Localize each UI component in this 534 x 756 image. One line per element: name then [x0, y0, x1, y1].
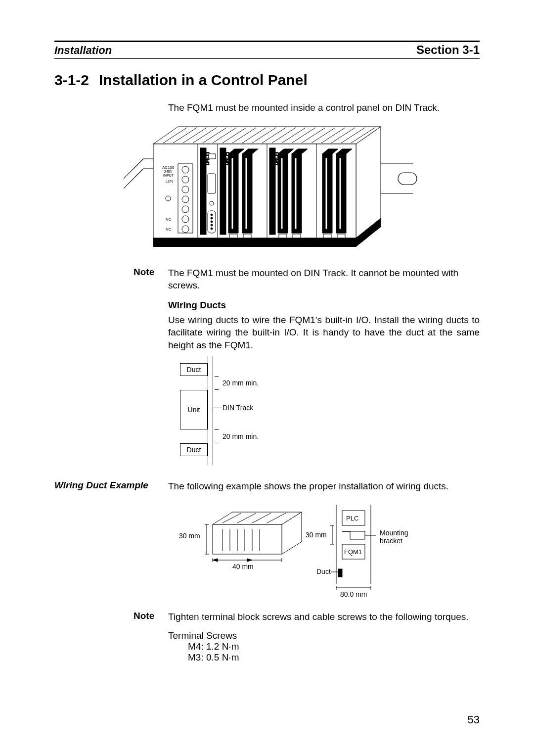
fig2-duct-top: Duct [180, 363, 208, 376]
svg-text:INPUT: INPUT [163, 174, 174, 177]
wiring-example-svg: 30 mm 40 mm PLC FQM1 Duct [168, 500, 425, 599]
svg-rect-70 [245, 158, 247, 229]
svg-point-58 [211, 221, 213, 223]
note-2-label: Note [134, 611, 168, 623]
svg-rect-120 [338, 569, 342, 577]
note-2-text: Tighten terminal block screws and cable … [168, 611, 469, 623]
svg-point-56 [211, 214, 213, 216]
svg-rect-86 [293, 234, 301, 238]
svg-point-59 [211, 224, 213, 226]
svg-rect-76 [295, 158, 297, 229]
svg-rect-67 [231, 158, 233, 229]
svg-text:AC100: AC100 [162, 165, 175, 170]
svg-rect-87 [323, 234, 331, 238]
wiring-example-text: The following example shows the proper i… [168, 480, 448, 493]
fig2-gap-bracket-bottom [215, 429, 219, 443]
figure-din-modules: AC100 240V INPUT L2/N NC NC FQM1 [124, 119, 480, 260]
note-1: Note The FQM1 must be mounted on DIN Tra… [134, 267, 480, 292]
wiring-ducts-body: Use wiring ducts to wire the FQM1's buil… [168, 314, 480, 352]
svg-marker-7 [153, 127, 381, 144]
svg-rect-73 [281, 158, 283, 229]
svg-text:240V: 240V [164, 170, 173, 173]
fig2-unit: Unit [180, 390, 208, 429]
svg-rect-82 [339, 158, 341, 229]
figure-wiring-example: 30 mm 40 mm PLC FQM1 Duct [168, 500, 480, 601]
svg-marker-5 [153, 238, 356, 247]
svg-text:Mountingbracket: Mountingbracket [380, 529, 408, 545]
svg-text:Duct: Duct [316, 567, 331, 575]
svg-point-38 [182, 186, 189, 193]
svg-marker-29 [356, 127, 381, 238]
svg-text:30 mm: 30 mm [179, 532, 200, 540]
fig2-gap-label-bottom: 20 mm min. [222, 432, 259, 440]
svg-marker-111 [247, 559, 252, 562]
fig2-axis-left [208, 356, 208, 465]
svg-point-36 [182, 166, 189, 173]
svg-line-0 [124, 159, 143, 179]
svg-text:NC: NC [166, 227, 172, 232]
svg-rect-85 [279, 234, 287, 238]
note-1-text: The FQM1 must be mounted on DIN Track. I… [168, 267, 480, 292]
svg-point-37 [182, 176, 189, 183]
svg-rect-53 [208, 174, 216, 193]
svg-point-40 [182, 206, 189, 213]
svg-point-41 [182, 216, 189, 223]
svg-rect-79 [325, 158, 327, 229]
fig2-gap-label-top: 20 mm min. [222, 379, 259, 387]
svg-rect-94 [213, 524, 282, 554]
torque-block: Terminal Screws M4: 1.2 N·m M3: 0.5 N·m [168, 630, 480, 663]
svg-point-57 [211, 217, 213, 219]
svg-point-39 [182, 196, 189, 203]
fig2-duct-bottom: Duct [180, 443, 208, 456]
fig2-axis-right [213, 356, 213, 465]
fig2-din-label: DIN Track [222, 404, 253, 412]
running-header: Installation Section 3-1 [54, 41, 480, 59]
svg-text:PLC: PLC [346, 515, 358, 522]
fig2-din-line [213, 408, 222, 408]
svg-rect-84 [243, 234, 251, 238]
svg-text:30 mm: 30 mm [306, 531, 327, 539]
wiring-example-row: Wiring Duct Example The following exampl… [54, 480, 480, 493]
section-title: Installation in a Control Panel [99, 72, 308, 88]
svg-rect-88 [337, 234, 345, 238]
svg-rect-52 [209, 154, 216, 159]
svg-text:40 mm: 40 mm [232, 563, 254, 570]
torque-m4: M4: 1.2 N·m [188, 641, 480, 652]
section-heading: 3-1-2Installation in a Control Panel [54, 72, 480, 89]
svg-rect-83 [229, 234, 237, 238]
svg-rect-91 [398, 173, 417, 185]
wiring-ducts-block: Wiring Ducts Use wiring ducts to wire th… [168, 299, 480, 352]
svg-point-60 [211, 228, 213, 230]
fig2-gap-bracket-top [215, 376, 219, 390]
running-header-left: Installation [54, 44, 112, 57]
page-number: 53 [468, 713, 480, 726]
svg-point-42 [182, 226, 189, 233]
torque-m3: M3: 0.5 N·m [188, 652, 480, 663]
section-number: 3-1-2 [54, 72, 99, 89]
wiring-ducts-heading: Wiring Ducts [168, 299, 480, 312]
svg-text:FQM1: FQM1 [344, 548, 362, 556]
note-1-label: Note [134, 267, 168, 292]
din-modules-svg: AC100 240V INPUT L2/N NC NC FQM1 [124, 119, 425, 258]
svg-point-54 [210, 201, 214, 205]
intro-text: The FQM1 must be mounted inside a contro… [168, 101, 480, 114]
svg-text:80.0 mm: 80.0 mm [340, 590, 367, 598]
figure-duct-spacing: Duct Unit Duct 20 mm min. 20 mm min. DIN… [168, 356, 297, 465]
svg-text:L2/N: L2/N [166, 180, 173, 183]
wiring-example-heading: Wiring Duct Example [54, 480, 168, 491]
svg-marker-112 [213, 559, 218, 562]
svg-text:NC: NC [166, 217, 172, 222]
running-header-right: Section 3-1 [416, 43, 480, 57]
page: Installation Section 3-1 3-1-2Installati… [0, 0, 534, 756]
torque-title: Terminal Screws [168, 630, 480, 641]
intro-paragraph: The FQM1 must be mounted inside a contro… [168, 101, 480, 114]
note-2: Note Tighten terminal block screws and c… [134, 611, 480, 623]
svg-line-1 [124, 169, 143, 189]
